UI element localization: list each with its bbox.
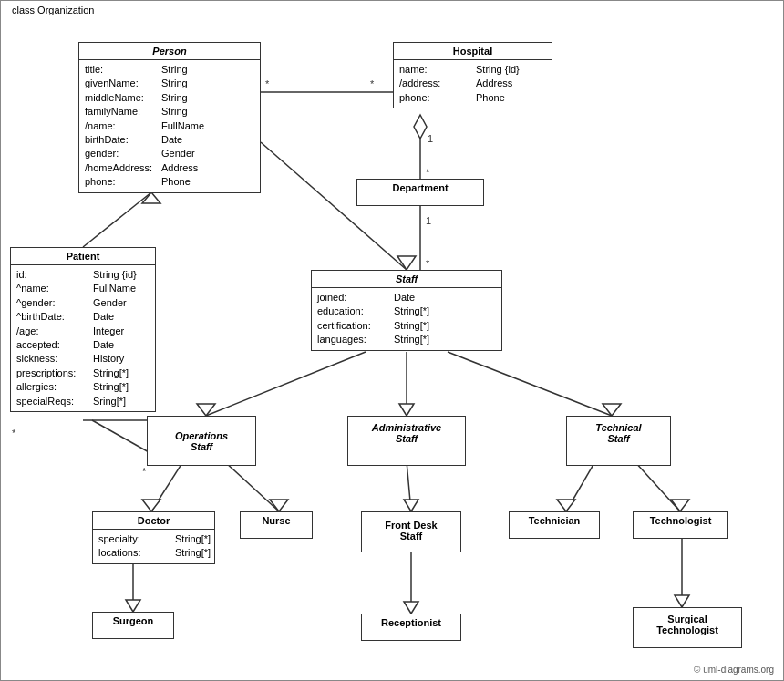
- nurse-title: Nurse: [241, 512, 312, 529]
- svg-line-26: [566, 461, 595, 511]
- svg-marker-35: [675, 595, 689, 607]
- patient-body: id:String {id} ^name:FullName ^gender:Ge…: [11, 265, 155, 411]
- doctor-body: specialty:String[*] locations:String[*]: [93, 530, 214, 563]
- svg-text:*: *: [370, 78, 375, 89]
- operations-staff-class: OperationsStaff: [147, 416, 256, 466]
- staff-class: Staff joined:Date education:String[*] ce…: [311, 270, 502, 351]
- administrative-staff-title: AdministrativeStaff: [348, 417, 465, 449]
- technician-title: Technician: [510, 512, 599, 529]
- svg-marker-19: [603, 404, 621, 416]
- svg-marker-33: [404, 602, 418, 614]
- hospital-body: name:String {id} /address:Address phone:…: [394, 60, 552, 108]
- svg-text:*: *: [12, 428, 16, 439]
- person-body: title:String givenName:String middleName…: [79, 60, 260, 192]
- svg-line-12: [261, 142, 407, 270]
- staff-body: joined:Date education:String[*] certific…: [312, 288, 501, 350]
- svg-text:*: *: [426, 258, 430, 269]
- technologist-class: Technologist: [633, 511, 728, 539]
- svg-line-24: [407, 461, 411, 511]
- department-class: Department: [356, 179, 484, 206]
- diagram-title: class Organization: [8, 5, 98, 15]
- administrative-staff-class: AdministrativeStaff: [347, 416, 466, 466]
- nurse-class: Nurse: [240, 511, 313, 539]
- svg-marker-1: [414, 115, 427, 139]
- svg-text:*: *: [426, 167, 430, 178]
- surgical-technologist-class: SurgicalTechnologist: [633, 607, 742, 648]
- person-title: Person: [79, 43, 260, 60]
- svg-marker-11: [142, 192, 160, 203]
- person-class: Person title:String givenName:String mid…: [78, 42, 261, 193]
- svg-line-28: [634, 461, 680, 511]
- svg-marker-23: [270, 500, 288, 511]
- svg-line-18: [448, 352, 612, 416]
- svg-line-22: [224, 461, 279, 511]
- svg-marker-21: [142, 500, 160, 511]
- svg-marker-17: [399, 404, 414, 416]
- hospital-class: Hospital name:String {id} /address:Addre…: [393, 42, 552, 108]
- receptionist-class: Receptionist: [361, 614, 461, 641]
- doctor-class: Doctor specialty:String[*] locations:Str…: [92, 511, 215, 564]
- svg-text:1: 1: [426, 215, 431, 226]
- technical-staff-title: TechnicalStaff: [567, 417, 670, 449]
- operations-staff-title: OperationsStaff: [148, 425, 255, 458]
- technical-staff-class: TechnicalStaff: [566, 416, 671, 466]
- svg-marker-29: [671, 500, 689, 511]
- diagram-container: class Organization 1 * 1 * * *: [0, 0, 784, 681]
- svg-marker-13: [397, 256, 416, 270]
- svg-marker-27: [557, 500, 575, 511]
- svg-marker-25: [404, 500, 418, 511]
- receptionist-title: Receptionist: [362, 614, 460, 631]
- svg-line-14: [206, 352, 366, 416]
- staff-title: Staff: [312, 271, 501, 288]
- hospital-title: Hospital: [394, 43, 552, 60]
- technologist-title: Technologist: [634, 512, 727, 529]
- doctor-title: Doctor: [93, 512, 214, 530]
- front-desk-staff-title: Front DeskStaff: [362, 512, 460, 549]
- surgical-technologist-title: SurgicalTechnologist: [634, 608, 741, 641]
- patient-title: Patient: [11, 248, 155, 265]
- surgeon-class: Surgeon: [92, 612, 174, 639]
- svg-marker-31: [126, 600, 140, 612]
- svg-text:*: *: [265, 78, 270, 89]
- svg-line-20: [151, 461, 183, 511]
- svg-text:1: 1: [428, 133, 433, 144]
- front-desk-staff-class: Front DeskStaff: [361, 511, 461, 552]
- surgeon-title: Surgeon: [93, 613, 173, 629]
- svg-marker-15: [197, 404, 215, 416]
- svg-text:*: *: [142, 466, 147, 477]
- department-title: Department: [357, 180, 483, 196]
- copyright: © uml-diagrams.org: [694, 665, 774, 675]
- svg-line-10: [83, 192, 151, 247]
- patient-class: Patient id:String {id} ^name:FullName ^g…: [10, 247, 156, 412]
- technician-class: Technician: [509, 511, 600, 539]
